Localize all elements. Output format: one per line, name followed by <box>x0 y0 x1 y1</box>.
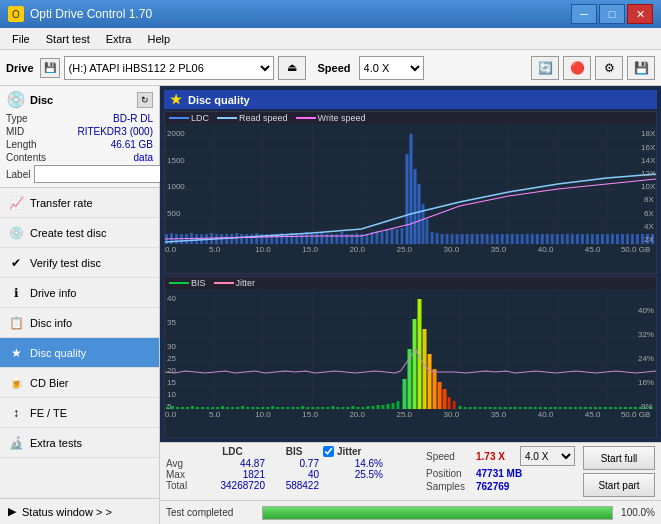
svg-rect-243 <box>584 407 587 409</box>
svg-rect-246 <box>599 407 602 409</box>
maximize-button[interactable]: □ <box>599 4 625 24</box>
svg-rect-194 <box>336 407 339 409</box>
svg-rect-183 <box>281 407 284 409</box>
position-row: Position 47731 MB <box>426 468 575 479</box>
menu-extra[interactable]: Extra <box>98 31 140 47</box>
sidebar-item-disc-info[interactable]: 📋 Disc info <box>0 308 159 338</box>
svg-rect-111 <box>611 234 614 244</box>
legend-bis: BIS <box>169 278 206 288</box>
drive-select[interactable]: (H:) ATAPI iHBS112 2 PL06 <box>64 56 274 80</box>
svg-rect-91 <box>511 234 514 244</box>
close-button[interactable]: ✕ <box>627 4 653 24</box>
stats-left: LDC BIS Jitter Avg 44.87 0.77 14.6% <box>166 446 418 491</box>
sidebar-item-fe-te[interactable]: ↕ FE / TE <box>0 398 159 428</box>
max-row: Max 1821 40 25.5% <box>166 469 418 480</box>
sidebar-item-disc-quality[interactable]: ★ Disc quality <box>0 338 159 368</box>
disc-refresh-btn[interactable]: ↻ <box>137 92 153 108</box>
menu-help[interactable]: Help <box>139 31 178 47</box>
label-input[interactable] <box>34 165 167 183</box>
speed-label: Speed <box>318 62 351 74</box>
svg-rect-114 <box>626 234 629 244</box>
svg-rect-75 <box>431 232 434 244</box>
svg-rect-56 <box>340 232 343 244</box>
svg-rect-88 <box>496 234 499 244</box>
bis-chart: BIS Jitter <box>164 276 657 439</box>
sidebar-item-cd-bier[interactable]: 🍺 CD Bier <box>0 368 159 398</box>
svg-rect-193 <box>331 406 334 409</box>
svg-rect-104 <box>576 234 579 244</box>
title-icon: O <box>8 6 24 22</box>
start-full-button[interactable]: Start full <box>583 446 655 470</box>
speed-pos-area: Speed 1.73 X 4.0 X Position 47731 MB <box>426 446 575 492</box>
legend-read-speed: Read speed <box>217 113 288 123</box>
sidebar-item-verify-test-disc[interactable]: ✔ Verify test disc <box>0 248 159 278</box>
svg-rect-189 <box>311 407 314 409</box>
settings-button[interactable]: ⚙ <box>595 56 623 80</box>
eject-button[interactable]: ⏏ <box>278 56 306 80</box>
sidebar-item-create-test-disc[interactable]: 💿 Create test disc <box>0 218 159 248</box>
svg-rect-222 <box>479 407 482 409</box>
svg-rect-164 <box>186 407 189 409</box>
svg-rect-200 <box>366 406 369 409</box>
svg-rect-51 <box>315 234 318 244</box>
status-window-button[interactable]: ▶ Status window > > <box>0 498 159 524</box>
svg-rect-93 <box>521 234 524 244</box>
svg-text:15: 15 <box>167 378 176 387</box>
drive-info-icon: ℹ <box>8 285 24 301</box>
menu-start-test[interactable]: Start test <box>38 31 98 47</box>
svg-text:14X: 14X <box>641 156 656 165</box>
speed-select[interactable]: 4.0 X <box>359 56 424 80</box>
svg-text:40.0: 40.0 <box>538 245 554 254</box>
svg-rect-58 <box>350 234 353 244</box>
svg-rect-170 <box>216 407 219 409</box>
svg-rect-180 <box>266 407 269 409</box>
minimize-button[interactable]: ─ <box>571 4 597 24</box>
svg-rect-203 <box>381 405 384 409</box>
svg-rect-116 <box>636 234 639 244</box>
svg-rect-230 <box>519 407 522 409</box>
svg-text:5.0: 5.0 <box>209 410 221 419</box>
svg-rect-185 <box>291 407 294 409</box>
svg-rect-169 <box>211 407 214 409</box>
svg-rect-53 <box>325 234 328 244</box>
svg-rect-195 <box>341 407 344 409</box>
svg-rect-207 <box>402 379 406 409</box>
save-button[interactable]: 💾 <box>627 56 655 80</box>
svg-rect-232 <box>529 407 532 409</box>
start-part-button[interactable]: Start part <box>583 473 655 497</box>
svg-rect-101 <box>561 234 564 244</box>
svg-rect-205 <box>391 403 394 409</box>
bis-chart-area: 40% 32% 24% 16% 8% 40 35 30 25 20 15 <box>165 289 656 419</box>
svg-rect-65 <box>385 230 388 244</box>
jitter-checkbox[interactable] <box>323 446 334 457</box>
svg-rect-209 <box>413 319 417 409</box>
cd-bier-icon: 🍺 <box>8 375 24 391</box>
speed-select-stats[interactable]: 4.0 X <box>520 446 575 466</box>
svg-rect-174 <box>236 407 239 409</box>
svg-rect-215 <box>443 389 447 409</box>
svg-text:25.0: 25.0 <box>396 245 412 254</box>
sidebar-item-transfer-rate[interactable]: 📈 Transfer rate <box>0 188 159 218</box>
svg-rect-188 <box>306 407 309 409</box>
sidebar-item-drive-info[interactable]: ℹ Drive info <box>0 278 159 308</box>
svg-rect-234 <box>539 407 542 409</box>
sidebar-item-extra-tests[interactable]: 🔬 Extra tests <box>0 428 159 458</box>
svg-text:24%: 24% <box>638 354 654 363</box>
svg-text:18X: 18X <box>641 129 656 138</box>
svg-rect-181 <box>271 406 274 409</box>
svg-rect-74 <box>426 219 429 244</box>
progress-percentage: 100.0% <box>619 507 655 518</box>
svg-text:10.0: 10.0 <box>255 245 271 254</box>
burn-button[interactable]: 🔴 <box>563 56 591 80</box>
refresh-button[interactable]: 🔄 <box>531 56 559 80</box>
stats-headers: LDC BIS Jitter <box>166 446 418 457</box>
svg-rect-176 <box>246 407 249 409</box>
menu-file[interactable]: File <box>4 31 38 47</box>
svg-rect-70 <box>409 134 412 244</box>
svg-text:20: 20 <box>167 366 176 375</box>
svg-rect-113 <box>621 234 624 244</box>
svg-rect-191 <box>321 407 324 409</box>
svg-rect-233 <box>534 407 537 409</box>
svg-text:16%: 16% <box>638 378 654 387</box>
svg-rect-103 <box>571 234 574 244</box>
